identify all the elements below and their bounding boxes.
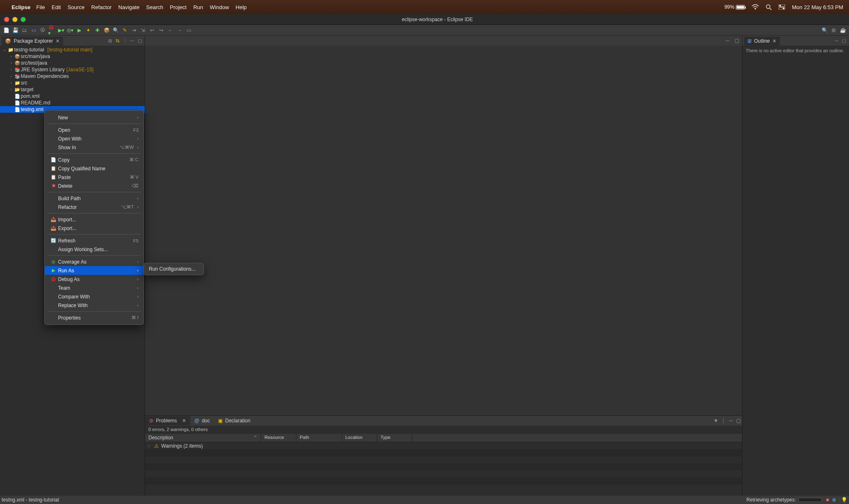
outline-tab[interactable]: ⊞Outline✕ bbox=[744, 36, 780, 46]
progress-view-icon[interactable]: ⊕ bbox=[831, 497, 837, 503]
close-icon[interactable]: ✕ bbox=[56, 38, 60, 44]
menu-delete[interactable]: ✖Delete⌫ bbox=[45, 182, 143, 190]
tree-item[interactable]: 📄pom.xml bbox=[0, 93, 145, 99]
new-icon[interactable]: 📄 bbox=[2, 27, 10, 34]
next-annotation-icon[interactable]: ⇲ bbox=[139, 27, 147, 34]
close-icon[interactable]: ✕ bbox=[772, 38, 776, 44]
minimize-view-icon[interactable]: ─ bbox=[833, 37, 840, 44]
menu-navigate[interactable]: Navigate bbox=[118, 4, 139, 10]
menu-file[interactable]: File bbox=[36, 4, 45, 10]
datetime[interactable]: Mon 22 May 6:53 PM bbox=[792, 4, 843, 10]
table-row[interactable]: ›⚠Warnings (2 items) bbox=[145, 442, 742, 449]
menu-new[interactable]: New› bbox=[45, 113, 143, 122]
filter-icon[interactable]: ▼ bbox=[712, 417, 720, 424]
zoom-window-icon[interactable] bbox=[21, 17, 26, 22]
chevron-right-icon[interactable]: › bbox=[8, 81, 14, 85]
maximize-view-icon[interactable]: ▢ bbox=[735, 417, 742, 424]
quick-access-icon[interactable]: 🔍 bbox=[821, 27, 828, 34]
menu-paste[interactable]: 📋Paste⌘ V bbox=[45, 173, 143, 182]
spotlight-icon[interactable] bbox=[766, 4, 772, 10]
minimize-view-icon[interactable]: ─ bbox=[727, 417, 735, 424]
collapse-all-icon[interactable]: ⊟ bbox=[107, 37, 113, 44]
menu-run-configurations[interactable]: Run Configurations... bbox=[144, 265, 204, 273]
pin-icon[interactable]: ▭ bbox=[185, 27, 192, 34]
menu-properties[interactable]: Properties⌘ I bbox=[45, 313, 143, 322]
step-forward-icon[interactable]: ↪ bbox=[158, 27, 165, 34]
menu-open[interactable]: OpenF3 bbox=[45, 126, 143, 134]
menu-copy[interactable]: 📄Copy⌘ C bbox=[45, 155, 143, 164]
tree-item[interactable]: ›📚Maven Dependencies bbox=[0, 73, 145, 80]
open-type-icon[interactable]: 🔍 bbox=[112, 27, 119, 34]
app-name[interactable]: Eclipse bbox=[12, 4, 31, 10]
menu-refactor[interactable]: Refactor bbox=[91, 4, 112, 10]
col-type[interactable]: Type bbox=[377, 434, 412, 442]
coverage-dropdown-icon[interactable]: ◎▾ bbox=[66, 27, 74, 34]
chevron-right-icon[interactable]: › bbox=[8, 61, 14, 65]
tab-declaration[interactable]: ▣Declaration bbox=[214, 416, 255, 425]
toggle-breadcrumb-icon[interactable]: ▭ bbox=[30, 27, 37, 34]
view-menu-icon[interactable]: ⋮ bbox=[720, 417, 727, 424]
menu-search[interactable]: Search bbox=[146, 4, 163, 10]
tree-item[interactable]: ›📦src/test/java bbox=[0, 60, 145, 66]
col-description[interactable]: Description ⌃ bbox=[145, 434, 261, 442]
chevron-right-icon[interactable]: › bbox=[8, 74, 14, 78]
open-perspective-icon[interactable]: ⊞ bbox=[830, 27, 837, 34]
tree-item[interactable]: 📄README.md bbox=[0, 99, 145, 106]
close-icon[interactable]: ✕ bbox=[182, 418, 186, 424]
maximize-view-icon[interactable]: ▢ bbox=[841, 37, 847, 44]
stop-icon[interactable]: ■ bbox=[824, 497, 831, 503]
close-window-icon[interactable] bbox=[4, 17, 9, 22]
col-resource[interactable]: Resource bbox=[261, 434, 296, 442]
tree-item[interactable]: ›📦src/main/java bbox=[0, 53, 145, 60]
package-explorer-tab[interactable]: 📦Package Explorer✕ bbox=[2, 36, 63, 46]
tab-javadoc[interactable]: @doc bbox=[190, 416, 214, 425]
menu-debug-as[interactable]: 🐞Debug As› bbox=[45, 275, 143, 284]
menu-export[interactable]: 📤Export... bbox=[45, 224, 143, 233]
run-last-icon[interactable]: ▶ bbox=[75, 27, 83, 34]
menu-copy-qualified[interactable]: 📋Copy Qualified Name bbox=[45, 164, 143, 173]
menu-replace-with[interactable]: Replace With› bbox=[45, 301, 143, 310]
control-center-icon[interactable] bbox=[779, 5, 785, 10]
col-path[interactable]: Path bbox=[296, 434, 342, 442]
menu-window[interactable]: Window bbox=[210, 4, 229, 10]
menu-refresh[interactable]: 🔄RefreshF5 bbox=[45, 236, 143, 245]
menu-help[interactable]: Help bbox=[235, 4, 247, 10]
package-explorer-tree[interactable]: ⌄ 📁 testng-tutorial [testng-tutorial mai… bbox=[0, 46, 145, 114]
chevron-right-icon[interactable]: › bbox=[8, 87, 14, 92]
minimize-window-icon[interactable] bbox=[12, 17, 17, 22]
maximize-editor-icon[interactable]: ▢ bbox=[733, 37, 740, 44]
menu-compare-with[interactable]: Compare With› bbox=[45, 292, 143, 301]
save-all-icon[interactable]: 🗂 bbox=[21, 27, 28, 34]
new-package-icon[interactable]: 📦 bbox=[103, 27, 110, 34]
link-editor-icon[interactable]: ⇆ bbox=[114, 37, 121, 44]
wifi-icon[interactable] bbox=[752, 4, 759, 10]
col-location[interactable]: Location bbox=[342, 434, 377, 442]
maximize-view-icon[interactable]: ▢ bbox=[136, 37, 143, 44]
new-java-icon[interactable]: ✦ bbox=[85, 27, 92, 34]
view-menu-icon[interactable]: ⋮ bbox=[121, 37, 128, 44]
tree-project-root[interactable]: ⌄ 📁 testng-tutorial [testng-tutorial mai… bbox=[0, 46, 145, 53]
tree-item[interactable]: ›📁src bbox=[0, 80, 145, 86]
menu-build-path[interactable]: Build Path› bbox=[45, 194, 143, 203]
menu-coverage-as[interactable]: ◎Coverage As› bbox=[45, 257, 143, 266]
menu-run-as[interactable]: ▶Run As› bbox=[45, 266, 143, 275]
minimize-view-icon[interactable]: ─ bbox=[129, 37, 136, 44]
new-class-icon[interactable]: ✚ bbox=[94, 27, 101, 34]
battery-status[interactable]: 99% bbox=[724, 4, 745, 10]
menu-refactor[interactable]: Refactor⌥⌘T› bbox=[45, 203, 143, 211]
step-back-icon[interactable]: ↩ bbox=[148, 27, 156, 34]
menu-run[interactable]: Run bbox=[193, 4, 203, 10]
back-icon[interactable]: ← bbox=[167, 27, 174, 34]
chevron-right-icon[interactable]: › bbox=[8, 68, 14, 72]
tree-item[interactable]: ›📂target bbox=[0, 86, 145, 93]
skip-breakpoints-icon[interactable]: ⦿ bbox=[39, 27, 46, 34]
menu-edit[interactable]: Edit bbox=[51, 4, 61, 10]
chevron-down-icon[interactable]: ⌄ bbox=[2, 48, 7, 52]
tree-item[interactable]: ›📚JRE System Library[JavaSE-15] bbox=[0, 66, 145, 73]
search-icon[interactable]: ✎ bbox=[121, 27, 129, 34]
chevron-right-icon[interactable]: › bbox=[8, 54, 14, 58]
menu-assign-working-sets[interactable]: Assign Working Sets... bbox=[45, 245, 143, 254]
toggle-mark-icon[interactable]: ⇥ bbox=[130, 27, 138, 34]
menu-source[interactable]: Source bbox=[68, 4, 85, 10]
forward-icon[interactable]: → bbox=[176, 27, 183, 34]
